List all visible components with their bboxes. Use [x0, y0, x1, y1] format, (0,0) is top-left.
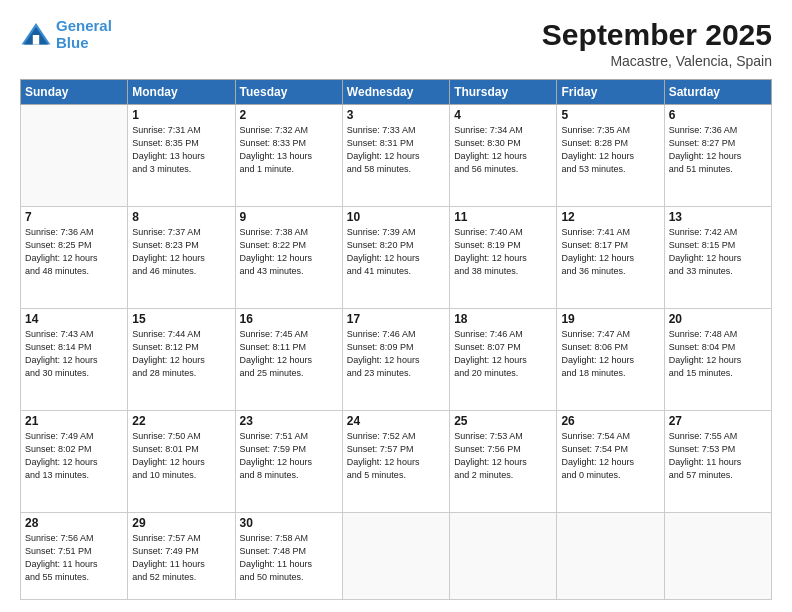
logo-line1: General — [56, 17, 112, 34]
day-number: 29 — [132, 516, 230, 530]
calendar-header-row: Sunday Monday Tuesday Wednesday Thursday… — [21, 80, 772, 105]
table-row — [342, 512, 449, 599]
calendar: Sunday Monday Tuesday Wednesday Thursday… — [20, 79, 772, 600]
table-row — [557, 512, 664, 599]
table-row: 6Sunrise: 7:36 AM Sunset: 8:27 PM Daylig… — [664, 105, 771, 207]
day-number: 3 — [347, 108, 445, 122]
day-number: 8 — [132, 210, 230, 224]
table-row: 25Sunrise: 7:53 AM Sunset: 7:56 PM Dayli… — [450, 410, 557, 512]
day-info: Sunrise: 7:33 AM Sunset: 8:31 PM Dayligh… — [347, 124, 445, 176]
table-row: 23Sunrise: 7:51 AM Sunset: 7:59 PM Dayli… — [235, 410, 342, 512]
day-number: 26 — [561, 414, 659, 428]
day-info: Sunrise: 7:56 AM Sunset: 7:51 PM Dayligh… — [25, 532, 123, 584]
col-sunday: Sunday — [21, 80, 128, 105]
day-number: 30 — [240, 516, 338, 530]
col-tuesday: Tuesday — [235, 80, 342, 105]
day-info: Sunrise: 7:43 AM Sunset: 8:14 PM Dayligh… — [25, 328, 123, 380]
day-number: 6 — [669, 108, 767, 122]
table-row — [21, 105, 128, 207]
col-friday: Friday — [557, 80, 664, 105]
day-info: Sunrise: 7:57 AM Sunset: 7:49 PM Dayligh… — [132, 532, 230, 584]
table-row: 18Sunrise: 7:46 AM Sunset: 8:07 PM Dayli… — [450, 308, 557, 410]
table-row: 4Sunrise: 7:34 AM Sunset: 8:30 PM Daylig… — [450, 105, 557, 207]
col-saturday: Saturday — [664, 80, 771, 105]
logo: General Blue — [20, 18, 112, 51]
day-number: 23 — [240, 414, 338, 428]
table-row: 1Sunrise: 7:31 AM Sunset: 8:35 PM Daylig… — [128, 105, 235, 207]
day-info: Sunrise: 7:39 AM Sunset: 8:20 PM Dayligh… — [347, 226, 445, 278]
day-number: 17 — [347, 312, 445, 326]
table-row: 28Sunrise: 7:56 AM Sunset: 7:51 PM Dayli… — [21, 512, 128, 599]
table-row: 22Sunrise: 7:50 AM Sunset: 8:01 PM Dayli… — [128, 410, 235, 512]
day-info: Sunrise: 7:45 AM Sunset: 8:11 PM Dayligh… — [240, 328, 338, 380]
table-row: 7Sunrise: 7:36 AM Sunset: 8:25 PM Daylig… — [21, 206, 128, 308]
day-info: Sunrise: 7:42 AM Sunset: 8:15 PM Dayligh… — [669, 226, 767, 278]
day-number: 15 — [132, 312, 230, 326]
page: General Blue September 2025 Macastre, Va… — [0, 0, 792, 612]
table-row: 26Sunrise: 7:54 AM Sunset: 7:54 PM Dayli… — [557, 410, 664, 512]
day-info: Sunrise: 7:55 AM Sunset: 7:53 PM Dayligh… — [669, 430, 767, 482]
day-info: Sunrise: 7:31 AM Sunset: 8:35 PM Dayligh… — [132, 124, 230, 176]
logo-line2: Blue — [56, 34, 89, 51]
day-number: 25 — [454, 414, 552, 428]
table-row: 5Sunrise: 7:35 AM Sunset: 8:28 PM Daylig… — [557, 105, 664, 207]
table-row: 30Sunrise: 7:58 AM Sunset: 7:48 PM Dayli… — [235, 512, 342, 599]
day-info: Sunrise: 7:36 AM Sunset: 8:25 PM Dayligh… — [25, 226, 123, 278]
day-number: 9 — [240, 210, 338, 224]
day-number: 7 — [25, 210, 123, 224]
table-row — [664, 512, 771, 599]
day-number: 1 — [132, 108, 230, 122]
day-number: 27 — [669, 414, 767, 428]
table-row: 29Sunrise: 7:57 AM Sunset: 7:49 PM Dayli… — [128, 512, 235, 599]
day-info: Sunrise: 7:38 AM Sunset: 8:22 PM Dayligh… — [240, 226, 338, 278]
day-info: Sunrise: 7:47 AM Sunset: 8:06 PM Dayligh… — [561, 328, 659, 380]
col-wednesday: Wednesday — [342, 80, 449, 105]
day-info: Sunrise: 7:53 AM Sunset: 7:56 PM Dayligh… — [454, 430, 552, 482]
logo-text: General Blue — [56, 18, 112, 51]
table-row: 24Sunrise: 7:52 AM Sunset: 7:57 PM Dayli… — [342, 410, 449, 512]
table-row: 2Sunrise: 7:32 AM Sunset: 8:33 PM Daylig… — [235, 105, 342, 207]
table-row: 21Sunrise: 7:49 AM Sunset: 8:02 PM Dayli… — [21, 410, 128, 512]
table-row: 9Sunrise: 7:38 AM Sunset: 8:22 PM Daylig… — [235, 206, 342, 308]
table-row: 14Sunrise: 7:43 AM Sunset: 8:14 PM Dayli… — [21, 308, 128, 410]
day-info: Sunrise: 7:41 AM Sunset: 8:17 PM Dayligh… — [561, 226, 659, 278]
table-row: 12Sunrise: 7:41 AM Sunset: 8:17 PM Dayli… — [557, 206, 664, 308]
table-row — [450, 512, 557, 599]
day-info: Sunrise: 7:35 AM Sunset: 8:28 PM Dayligh… — [561, 124, 659, 176]
day-info: Sunrise: 7:40 AM Sunset: 8:19 PM Dayligh… — [454, 226, 552, 278]
table-row: 27Sunrise: 7:55 AM Sunset: 7:53 PM Dayli… — [664, 410, 771, 512]
day-info: Sunrise: 7:36 AM Sunset: 8:27 PM Dayligh… — [669, 124, 767, 176]
table-row: 8Sunrise: 7:37 AM Sunset: 8:23 PM Daylig… — [128, 206, 235, 308]
table-row: 3Sunrise: 7:33 AM Sunset: 8:31 PM Daylig… — [342, 105, 449, 207]
table-row: 19Sunrise: 7:47 AM Sunset: 8:06 PM Dayli… — [557, 308, 664, 410]
svg-rect-2 — [33, 35, 39, 45]
day-number: 11 — [454, 210, 552, 224]
day-info: Sunrise: 7:37 AM Sunset: 8:23 PM Dayligh… — [132, 226, 230, 278]
day-number: 22 — [132, 414, 230, 428]
day-number: 14 — [25, 312, 123, 326]
day-number: 18 — [454, 312, 552, 326]
day-number: 24 — [347, 414, 445, 428]
month-title: September 2025 — [542, 18, 772, 51]
title-block: September 2025 Macastre, Valencia, Spain — [542, 18, 772, 69]
table-row: 13Sunrise: 7:42 AM Sunset: 8:15 PM Dayli… — [664, 206, 771, 308]
day-info: Sunrise: 7:50 AM Sunset: 8:01 PM Dayligh… — [132, 430, 230, 482]
day-number: 4 — [454, 108, 552, 122]
day-number: 2 — [240, 108, 338, 122]
day-info: Sunrise: 7:48 AM Sunset: 8:04 PM Dayligh… — [669, 328, 767, 380]
table-row: 10Sunrise: 7:39 AM Sunset: 8:20 PM Dayli… — [342, 206, 449, 308]
table-row: 20Sunrise: 7:48 AM Sunset: 8:04 PM Dayli… — [664, 308, 771, 410]
day-info: Sunrise: 7:46 AM Sunset: 8:07 PM Dayligh… — [454, 328, 552, 380]
day-number: 12 — [561, 210, 659, 224]
table-row: 11Sunrise: 7:40 AM Sunset: 8:19 PM Dayli… — [450, 206, 557, 308]
day-info: Sunrise: 7:54 AM Sunset: 7:54 PM Dayligh… — [561, 430, 659, 482]
table-row: 17Sunrise: 7:46 AM Sunset: 8:09 PM Dayli… — [342, 308, 449, 410]
day-info: Sunrise: 7:52 AM Sunset: 7:57 PM Dayligh… — [347, 430, 445, 482]
day-number: 5 — [561, 108, 659, 122]
day-info: Sunrise: 7:51 AM Sunset: 7:59 PM Dayligh… — [240, 430, 338, 482]
day-number: 20 — [669, 312, 767, 326]
location-title: Macastre, Valencia, Spain — [542, 53, 772, 69]
day-info: Sunrise: 7:34 AM Sunset: 8:30 PM Dayligh… — [454, 124, 552, 176]
logo-icon — [20, 19, 52, 51]
day-number: 16 — [240, 312, 338, 326]
